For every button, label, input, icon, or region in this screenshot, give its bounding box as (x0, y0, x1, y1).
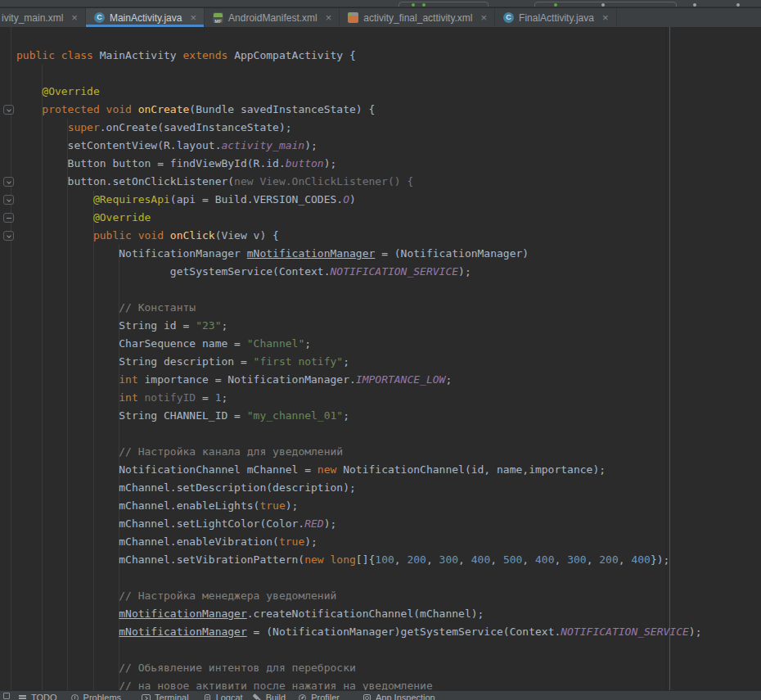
profiler-icon (298, 693, 307, 700)
code-editor[interactable]: public class MainActivity extends AppCom… (0, 27, 761, 690)
tool-window-label: TODO (31, 693, 57, 700)
tool-window-label: Build (266, 693, 286, 700)
code-line: mChannel.setLightColor(Color.RED); (16, 515, 702, 533)
fold-marker-chevron-icon[interactable] (3, 195, 14, 205)
editor-tab-bar: ivity_main.xml×CMainActivity.java×MFAndr… (0, 8, 761, 27)
tab-label: activity_final_acttivity.xml (363, 12, 472, 24)
code-line: String CHANNEL_ID = "my_channel_01"; (16, 407, 702, 425)
toolbar-icon[interactable] (736, 3, 740, 7)
fold-marker-chevron-icon[interactable] (3, 105, 14, 115)
code-line: // Обьявление интентов для переброски (16, 659, 702, 677)
code-line: // Настройка канала для уведомлений (16, 443, 702, 461)
tab-label: FinalActtivity.java (519, 12, 594, 24)
build-icon (253, 693, 262, 700)
tab-label: AndroidManifest.xml (228, 12, 317, 24)
java-class-icon: C (94, 12, 105, 23)
fold-marker-minus-icon[interactable] (3, 213, 14, 223)
close-icon[interactable]: × (71, 12, 78, 23)
tool-window-label: Profiler (311, 693, 340, 700)
todo-icon (18, 693, 27, 700)
tab-MainActivity.java[interactable]: CMainActivity.java× (86, 8, 205, 27)
close-icon[interactable]: × (602, 12, 609, 23)
tool-window-label: Terminal (155, 693, 189, 700)
code-line: super.onCreate(savedInstanceState); (16, 119, 702, 137)
code-line: button.setOnClickListener(new View.OnCli… (16, 173, 702, 191)
code-line (16, 569, 702, 587)
code-line (16, 65, 702, 83)
java-class-icon: C (503, 12, 514, 23)
run-icon[interactable] (554, 3, 557, 7)
code-line: mNotificationManager.createNotificationC… (16, 605, 702, 623)
tool-window-button-profiler[interactable]: Profiler (298, 693, 340, 700)
code-line (16, 425, 702, 443)
tab-ivity_main.xml[interactable]: ivity_main.xml× (0, 8, 86, 27)
chevron-icon (7, 197, 11, 202)
code-line: getSystemService(Context.NOTIFICATION_SE… (16, 263, 702, 281)
tab-label: ivity_main.xml (2, 12, 63, 24)
tab-AndroidManifest.xml[interactable]: MFAndroidManifest.xml× (205, 8, 340, 27)
run-icon[interactable] (412, 3, 415, 7)
tool-window-stripe-icon[interactable] (3, 693, 10, 699)
tool-window-button-terminal[interactable]: Terminal (142, 693, 189, 700)
code-line: CharSequence name = "Channel"; (16, 335, 702, 353)
logcat-icon (203, 693, 212, 700)
tab-FinalActtivity.java[interactable]: CFinalActtivity.java× (495, 8, 616, 27)
code-line: public class MainActivity extends AppCom… (16, 47, 702, 65)
tab-label: MainActivity.java (110, 12, 182, 24)
run-icon[interactable] (422, 3, 426, 7)
terminal-icon (142, 693, 151, 700)
tool-window-button-todo[interactable]: TODO (18, 693, 57, 700)
code-line: setContentView(R.layout.activity_main); (16, 137, 702, 155)
fold-marker-chevron-icon[interactable] (3, 231, 14, 241)
code-line: mNotificationManager = (NotificationMana… (16, 623, 702, 641)
main-toolbar-sliver (0, 0, 761, 7)
code-line: Button button = findViewById(R.id.button… (16, 155, 702, 173)
code-line: @Override (16, 209, 702, 227)
code-line: String description = "first notify"; (16, 353, 702, 371)
tool-window-label: Problems (83, 693, 121, 700)
code-line: protected void onCreate(Bundle savedInst… (16, 101, 702, 119)
tool-window-button-build[interactable]: Build (253, 693, 286, 700)
toolbar-icon[interactable] (601, 3, 605, 7)
close-icon[interactable]: × (481, 12, 488, 23)
code-line: @RequiresApi(api = Build.VERSION_CODES.O… (16, 191, 702, 209)
code-line (16, 641, 702, 659)
problems-icon (70, 693, 79, 700)
toolbar-icon[interactable] (693, 3, 696, 7)
code-line: NotificationManager mNotificationManager… (16, 245, 702, 263)
code-line: mChannel.enableLights(true); (16, 497, 702, 515)
code-content: public class MainActivity extends AppCom… (0, 47, 702, 690)
tool-window-button-problems[interactable]: Problems (70, 693, 121, 700)
close-icon[interactable]: × (190, 12, 196, 23)
fold-marker-chevron-icon[interactable] (3, 177, 14, 187)
appinspect-icon (362, 693, 371, 700)
minus-icon (7, 218, 11, 219)
chevron-icon (7, 233, 11, 238)
code-line: // Настройка менеджера уведомлений (16, 587, 702, 605)
code-line: mChannel.setVibrationPattern(new long[]{… (16, 551, 702, 569)
tool-window-button-logcat[interactable]: Logcat (203, 693, 243, 700)
code-line (16, 281, 702, 299)
tab-activity_final_acttivity.xml[interactable]: activity_final_acttivity.xml× (340, 8, 495, 27)
tool-window-label: Logcat (216, 693, 243, 700)
code-line: int importance = NotificationManager.IMP… (16, 371, 702, 389)
chevron-icon (7, 179, 11, 184)
code-line: public void onClick(View v) { (16, 227, 702, 245)
code-line: String id = "23"; (16, 317, 702, 335)
code-line: @Override (16, 83, 702, 101)
code-line: // Константы (16, 299, 702, 317)
code-line: mChannel.setDescription(description); (16, 479, 702, 497)
android-manifest-icon: MF (213, 12, 223, 23)
tool-window-button-app-inspection[interactable]: App Inspection (362, 693, 435, 700)
chevron-icon (7, 107, 11, 112)
close-icon[interactable]: × (326, 12, 332, 23)
code-line: int notifyID = 1; (16, 389, 702, 407)
code-line: NotificationChannel mChannel = new Notif… (16, 461, 702, 479)
tool-window-bar: TODOProblemsTerminalLogcatBuildProfilerA… (0, 690, 761, 700)
xml-layout-icon (348, 12, 358, 23)
code-line: // на новое активити после нажатия на ув… (16, 677, 702, 690)
tool-window-label: App Inspection (376, 693, 435, 700)
code-line: mChannel.enableVibration(true); (16, 533, 702, 551)
